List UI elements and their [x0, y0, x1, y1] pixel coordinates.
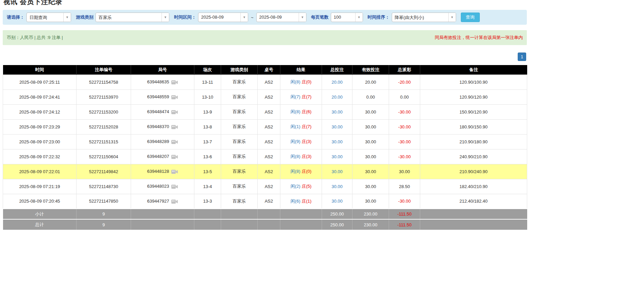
cell-result: 闲(9)庄(3) — [280, 134, 322, 149]
video-replay-icon[interactable] — [171, 110, 178, 115]
subtotal-empty-cell — [131, 209, 194, 219]
video-replay-icon[interactable] — [171, 80, 178, 85]
chevron-down-icon[interactable]: ▼ — [355, 13, 363, 22]
cell-round-no: 639448207 — [131, 149, 194, 164]
total-bet-link[interactable]: 30.00 — [331, 154, 343, 159]
cell-time: 2025-08-09 07:20:45 — [3, 194, 77, 209]
cell-session: 13-6 — [194, 149, 221, 164]
table-row: 2025-08-09 07:24:12522721153200639448474… — [3, 104, 527, 119]
date-from-select[interactable]: 2025-08-09 ▼ — [198, 13, 248, 22]
payout-text: -30.00 — [398, 154, 411, 159]
cell-table-no: AS2 — [258, 164, 280, 179]
game-type-select[interactable]: 百家乐 ▼ — [95, 13, 169, 22]
round-no-text: 639447927 — [147, 199, 169, 204]
round-no-text: 639448474 — [147, 109, 169, 114]
cell-round-no: 639447927 — [131, 194, 194, 209]
cell-valid-bet: 30.00 — [352, 179, 389, 194]
cell-round-no: 639448474 — [131, 104, 194, 119]
total-label: 总计 — [3, 219, 77, 230]
table-row: 2025-08-09 07:24:41522721153970639448559… — [3, 89, 527, 104]
cell-total-bet: 30.00 — [322, 164, 352, 179]
per-page-select[interactable]: 100 ▼ — [331, 13, 363, 22]
video-replay-icon[interactable] — [171, 95, 178, 100]
game-type-value: 百家乐 — [96, 13, 162, 22]
page-container: 视讯 会员下注纪录 请选择： 日期查询 ▼ 游戏类别 百家乐 ▼ 时间区间： 2… — [3, 0, 527, 230]
subtotal-empty-cell — [280, 209, 322, 219]
sort-order-select[interactable]: 降幂(由大到小) ▼ — [392, 13, 456, 22]
table-row: 2025-08-09 07:21:19522721148730639448023… — [3, 179, 527, 194]
total-row: 总计9250.00230.00-111.50 — [3, 219, 527, 230]
cell-bet-no: 522721148730 — [77, 179, 131, 194]
total-bet-link[interactable]: 30.00 — [331, 169, 343, 174]
cell-valid-bet: 30.00 — [352, 194, 389, 209]
query-type-select[interactable]: 日期查询 ▼ — [26, 13, 71, 22]
total-valid_bet: 230.00 — [352, 219, 389, 230]
cell-time: 2025-08-09 07:22:01 — [3, 164, 77, 179]
cell-payout: -20.00 — [389, 75, 420, 89]
cell-remark: 210.90/240.90 — [420, 164, 527, 179]
chevron-down-icon[interactable]: ▼ — [63, 13, 71, 22]
page-title-text: 视讯 会员下注纪录 — [3, 0, 527, 5]
subtotal-total_bet: 250.00 — [322, 209, 352, 219]
chevron-down-icon[interactable]: ▼ — [162, 13, 169, 22]
video-replay-icon[interactable] — [171, 125, 178, 129]
total-empty-cell — [194, 219, 221, 230]
subtotal-valid_bet: 230.00 — [352, 209, 389, 219]
payout-text: -30.00 — [398, 139, 411, 144]
cell-total-bet: 30.00 — [322, 179, 352, 194]
cell-table-no: AS2 — [258, 104, 280, 119]
cell-remark: 212.40/182.40 — [420, 194, 527, 209]
cell-bet-no: 522721152028 — [77, 119, 131, 134]
total-empty-cell — [131, 219, 194, 230]
cell-game-type: 百家乐 — [221, 75, 258, 89]
total-bet-link[interactable]: 20.00 — [331, 95, 343, 100]
cell-session: 13-3 — [194, 194, 221, 209]
page-1-button[interactable]: 1 — [518, 53, 526, 61]
video-replay-icon[interactable] — [171, 199, 178, 204]
total-bet-link[interactable]: 30.00 — [331, 139, 343, 144]
cell-result: 闲(1)庄(7) — [280, 119, 322, 134]
per-page-value: 100 — [331, 13, 355, 22]
cell-payout: -30.00 — [389, 149, 420, 164]
payout-text: -20.00 — [398, 80, 411, 85]
cell-table-no: AS2 — [258, 149, 280, 164]
table-row: 2025-08-09 07:22:01522721149842639448128… — [3, 164, 527, 179]
video-replay-icon[interactable] — [171, 155, 178, 159]
round-no-text: 639448370 — [147, 124, 169, 129]
cell-game-type: 百家乐 — [221, 89, 258, 104]
cell-round-no: 639448559 — [131, 89, 194, 104]
total-empty-cell — [280, 219, 322, 230]
result-player-text: 闲(8) — [291, 154, 300, 159]
video-replay-icon[interactable] — [171, 169, 178, 174]
cell-session: 13-8 — [194, 119, 221, 134]
cell-valid-bet: 30.00 — [352, 104, 389, 119]
round-no-text: 639448635 — [147, 79, 169, 84]
total-empty-cell — [258, 219, 280, 230]
result-player-text: 闲(8) — [291, 109, 300, 114]
total-bet-link[interactable]: 30.00 — [331, 124, 343, 129]
cell-bet-no: 522721149842 — [77, 164, 131, 179]
search-button[interactable]: 查询 — [461, 13, 480, 22]
total-bet-link[interactable]: 20.00 — [331, 80, 343, 85]
records-body: 2025-08-09 07:25:11522721154758639448635… — [3, 75, 527, 209]
chevron-down-icon[interactable]: ▼ — [448, 13, 456, 22]
date-to-select[interactable]: 2025-08-09 ▼ — [256, 13, 306, 22]
chevron-down-icon[interactable]: ▼ — [240, 13, 248, 22]
cell-remark: 180.90/150.90 — [420, 119, 527, 134]
chevron-down-icon[interactable]: ▼ — [299, 13, 306, 22]
column-header-5: 桌号 — [258, 65, 280, 75]
total-bet-link[interactable]: 30.00 — [331, 199, 343, 204]
video-replay-icon[interactable] — [171, 184, 178, 189]
cell-table-no: AS2 — [258, 179, 280, 194]
result-player-text: 闲(7) — [291, 94, 300, 99]
filter-bar: 请选择： 日期查询 ▼ 游戏类别 百家乐 ▼ 时间区间： 2025-08-09 … — [3, 10, 527, 25]
total-bet-link[interactable]: 30.00 — [331, 184, 343, 189]
table-row: 2025-08-09 07:23:29522721152028639448370… — [3, 119, 527, 134]
cell-round-no: 639448128 — [131, 164, 194, 179]
video-replay-icon[interactable] — [171, 140, 178, 144]
records-footer: 小计9250.00230.00-111.50总计9250.00230.00-11… — [3, 209, 527, 230]
cell-round-no: 639448289 — [131, 134, 194, 149]
total-bet-link[interactable]: 30.00 — [331, 109, 343, 115]
cell-session: 13-9 — [194, 104, 221, 119]
result-player-text: 闲(8) — [291, 79, 300, 84]
